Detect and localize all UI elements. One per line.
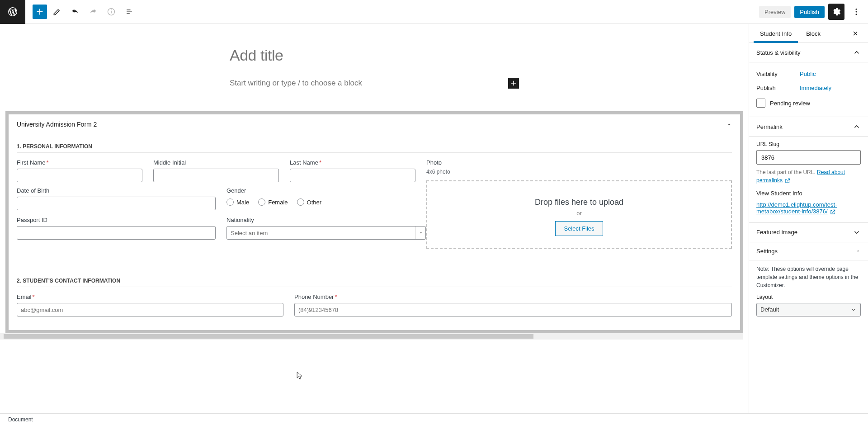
info-button[interactable]	[103, 4, 119, 20]
visibility-value-button[interactable]: Public	[800, 71, 816, 77]
pending-review-label: Pending review	[770, 100, 810, 107]
middle-initial-input[interactable]	[153, 169, 279, 182]
settings-toggle-button[interactable]	[828, 4, 844, 20]
url-slug-input[interactable]	[756, 150, 861, 165]
plus-icon	[509, 79, 518, 87]
gender-radio-female[interactable]: Female	[258, 198, 288, 206]
list-icon	[125, 7, 134, 16]
chevron-down-icon	[853, 228, 861, 236]
undo-icon	[71, 7, 80, 16]
status-bar-label: Document	[8, 416, 33, 423]
close-icon	[852, 30, 859, 37]
passport-label: Passport ID	[17, 217, 216, 223]
layout-select[interactable]: Default	[756, 303, 861, 316]
svg-rect-2	[111, 9, 112, 10]
caret-up-icon	[855, 248, 861, 254]
photo-label: Photo	[426, 159, 732, 166]
layout-label: Layout	[756, 294, 861, 300]
mouse-cursor-icon	[297, 372, 303, 381]
wordpress-icon	[7, 6, 18, 17]
svg-point-4	[856, 11, 857, 13]
info-icon	[107, 7, 116, 16]
edit-mode-button[interactable]	[49, 4, 65, 20]
email-label: Email	[17, 293, 32, 300]
chevron-up-icon	[853, 123, 861, 131]
metabox-header[interactable]: University Admission Form 2	[9, 114, 740, 134]
settings-note: Note: These options will override page t…	[756, 265, 861, 289]
photo-dropzone[interactable]: Drop files here to upload or Select File…	[426, 180, 732, 249]
top-toolbar: Preview Publish	[0, 0, 868, 24]
gender-radio-group: Male Female Other	[226, 198, 426, 206]
kebab-icon	[852, 7, 861, 16]
section-heading-personal: 1. PERSONAL INFORMATION	[17, 137, 732, 153]
sidebar-tab-document[interactable]: Student Info	[753, 24, 799, 42]
svg-point-5	[856, 14, 857, 15]
nationality-label: Nationality	[226, 217, 426, 223]
redo-button[interactable]	[85, 4, 101, 20]
metabox-title: University Admission Form 2	[17, 121, 97, 128]
caret-up-icon	[726, 122, 732, 127]
svg-rect-1	[111, 11, 112, 13]
plus-icon	[35, 7, 45, 17]
panel-status-visibility[interactable]: Status & visibility	[749, 43, 868, 62]
content-placeholder[interactable]: Start writing or type / to choose a bloc…	[230, 79, 508, 88]
photo-hint: 4x6 photo	[426, 169, 732, 175]
passport-input[interactable]	[17, 226, 216, 240]
dob-label: Date of Birth	[17, 187, 216, 194]
dropzone-text: Drop files here to upload	[434, 198, 724, 207]
last-name-label: Last Name	[290, 159, 318, 166]
inline-add-block-button[interactable]	[508, 78, 519, 89]
email-input[interactable]	[17, 303, 283, 316]
first-name-label: First Name	[17, 159, 46, 166]
view-post-label: View Student Info	[756, 190, 861, 197]
status-bar: Document	[0, 413, 868, 425]
dropzone-or: or	[434, 210, 724, 217]
publish-value-button[interactable]: Immediately	[800, 85, 831, 91]
gear-icon	[832, 7, 841, 16]
settings-sidebar: Student Info Block Status & visibility V…	[749, 24, 868, 413]
wordpress-logo-button[interactable]	[0, 0, 25, 24]
pending-review-checkbox[interactable]	[756, 99, 765, 108]
phone-label: Phone Number	[294, 293, 334, 300]
first-name-input[interactable]	[17, 169, 142, 182]
last-name-input[interactable]	[290, 169, 415, 182]
editor-canvas[interactable]: Add title Start writing or type / to cho…	[0, 24, 749, 413]
post-title-input[interactable]: Add title	[230, 47, 519, 64]
metabox-admission-form: University Admission Form 2 1. PERSONAL …	[5, 111, 743, 333]
url-slug-label: URL Slug	[756, 141, 861, 147]
publish-button[interactable]: Publish	[794, 6, 825, 18]
add-block-button[interactable]	[33, 5, 47, 19]
gender-radio-other[interactable]: Other	[297, 198, 322, 206]
external-link-icon	[784, 178, 791, 184]
permalink-url-link[interactable]: http://demo1.elightup.com/test-metabox/s…	[756, 201, 837, 215]
panel-featured-image[interactable]: Featured image	[749, 223, 868, 242]
horizontal-scrollbar[interactable]	[0, 333, 743, 340]
visibility-label: Visibility	[756, 71, 800, 77]
chevron-down-icon	[850, 307, 857, 313]
sidebar-close-button[interactable]	[846, 24, 864, 42]
panel-permalink[interactable]: Permalink	[749, 117, 868, 137]
external-link-icon	[830, 209, 836, 215]
select-files-button[interactable]: Select Files	[555, 221, 603, 236]
pencil-icon	[52, 7, 61, 16]
section-heading-contact: 2. STUDENT'S CONTACT INFORMATION	[17, 271, 732, 287]
undo-button[interactable]	[67, 4, 83, 20]
sidebar-tab-block[interactable]: Block	[799, 24, 828, 42]
panel-settings[interactable]: Settings	[749, 242, 868, 260]
nationality-select[interactable]	[226, 226, 426, 240]
chevron-up-icon	[853, 48, 861, 57]
preview-button[interactable]: Preview	[759, 6, 791, 18]
more-menu-button[interactable]	[848, 4, 864, 20]
dob-input[interactable]	[17, 197, 216, 210]
middle-initial-label: Middle Initial	[153, 159, 279, 166]
outline-button[interactable]	[121, 4, 137, 20]
publish-label: Publish	[756, 85, 800, 91]
gender-label: Gender	[226, 187, 426, 194]
redo-icon	[89, 7, 98, 16]
phone-input[interactable]	[294, 303, 732, 316]
gender-radio-male[interactable]: Male	[226, 198, 249, 206]
svg-point-3	[856, 9, 857, 10]
